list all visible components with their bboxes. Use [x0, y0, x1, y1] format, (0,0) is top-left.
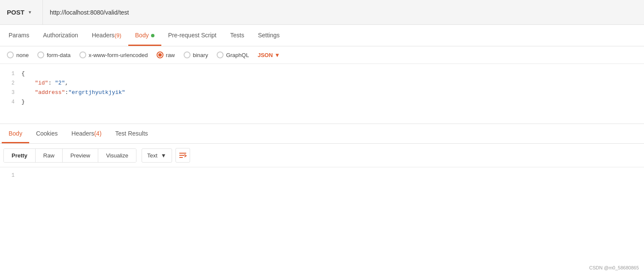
code-line-4: 4 }: [0, 97, 644, 107]
radio-none-circle: [7, 51, 14, 58]
text-dropdown-chevron-icon: ▼: [161, 152, 166, 159]
body-type-row: none form-data x-www-form-urlencoded raw…: [0, 46, 644, 64]
radio-graphql-circle: [217, 51, 224, 58]
tab-pre-request[interactable]: Pre-request Script: [161, 25, 224, 46]
request-tabs: Params Authorization Headers(9) Body Pre…: [0, 25, 644, 46]
response-body: 1: [0, 167, 644, 193]
radio-binary[interactable]: binary: [184, 51, 208, 58]
url-input[interactable]: [43, 9, 644, 16]
tab-params[interactable]: Params: [2, 25, 36, 46]
res-fmt-visualize[interactable]: Visualize: [98, 149, 136, 162]
tab-settings[interactable]: Settings: [251, 25, 287, 46]
radio-urlencoded-circle: [79, 51, 86, 58]
res-tab-test-results[interactable]: Test Results: [109, 124, 155, 143]
word-wrap-icon: [179, 152, 187, 159]
res-headers-badge: (4): [94, 130, 101, 137]
radio-form-data-circle: [37, 51, 44, 58]
res-tab-headers[interactable]: Headers(4): [65, 124, 109, 143]
method-label: POST: [7, 9, 24, 16]
tab-headers[interactable]: Headers(9): [85, 25, 128, 46]
method-selector[interactable]: POST ▼: [0, 0, 43, 24]
json-type-select[interactable]: JSON ▼: [257, 52, 280, 58]
tab-body[interactable]: Body: [128, 25, 161, 46]
text-format-dropdown[interactable]: Text ▼: [142, 148, 172, 163]
res-fmt-raw[interactable]: Raw: [36, 149, 63, 162]
response-toolbar: Pretty Raw Preview Visualize Text ▼: [0, 144, 644, 167]
res-tab-cookies[interactable]: Cookies: [29, 124, 65, 143]
response-tabs: Body Cookies Headers(4) Test Results: [0, 124, 644, 144]
radio-urlencoded[interactable]: x-www-form-urlencoded: [79, 51, 148, 58]
radio-binary-circle: [184, 51, 190, 58]
code-editor[interactable]: 1 { 2 "id": "2", 3 "address":"ergrtjhyut…: [0, 64, 644, 124]
response-format-group: Pretty Raw Preview Visualize: [3, 148, 136, 163]
res-fmt-pretty[interactable]: Pretty: [4, 149, 36, 162]
res-fmt-preview[interactable]: Preview: [63, 149, 98, 162]
radio-graphql[interactable]: GraphQL: [217, 51, 249, 58]
tab-authorization[interactable]: Authorization: [36, 25, 85, 46]
code-line-2: 2 "id": "2",: [0, 79, 644, 88]
radio-form-data[interactable]: form-data: [37, 51, 71, 58]
code-line-3: 3 "address":"ergrtjhyutkjyik": [0, 88, 644, 97]
method-chevron-icon: ▼: [28, 10, 32, 15]
tab-tests[interactable]: Tests: [224, 25, 251, 46]
headers-badge: (9): [115, 32, 121, 39]
radio-none[interactable]: none: [7, 51, 29, 58]
code-line-1: 1 {: [0, 69, 644, 79]
json-chevron-icon: ▼: [275, 52, 280, 58]
res-tab-body[interactable]: Body: [2, 124, 29, 143]
body-active-dot: [151, 34, 154, 37]
res-line-1: 1: [0, 172, 644, 178]
url-bar: POST ▼: [0, 0, 644, 25]
word-wrap-button[interactable]: [175, 148, 190, 163]
radio-raw[interactable]: raw: [157, 51, 175, 58]
radio-raw-circle: [157, 51, 163, 58]
